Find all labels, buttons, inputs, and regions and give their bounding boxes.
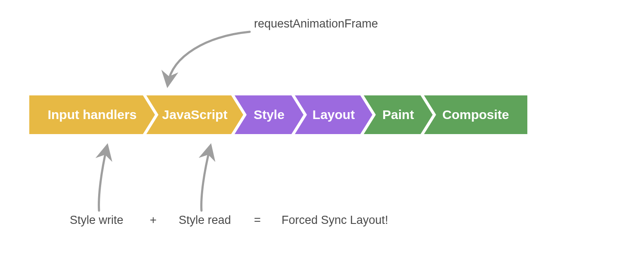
annotation-forced-sync: Forced Sync Layout! bbox=[282, 214, 388, 227]
step-label: Style bbox=[254, 107, 285, 122]
step-javascript: JavaScript bbox=[146, 95, 243, 134]
annotation-plus: + bbox=[150, 214, 157, 227]
step-label: Layout bbox=[313, 107, 355, 122]
step-composite: Composite bbox=[424, 95, 527, 134]
step-label: Composite bbox=[442, 107, 509, 122]
step-style: Style bbox=[235, 95, 303, 134]
step-input-handlers: Input handlers bbox=[29, 95, 155, 134]
annotation-style-write: Style write bbox=[70, 214, 124, 227]
annotation-style-read: Style read bbox=[179, 214, 231, 227]
step-label: Paint bbox=[382, 107, 414, 122]
annotation-equals: = bbox=[254, 214, 261, 227]
step-paint: Paint bbox=[364, 95, 433, 134]
step-label: JavaScript bbox=[162, 107, 228, 122]
annotation-raf: requestAnimationFrame bbox=[254, 17, 378, 31]
step-label: Input handlers bbox=[48, 107, 137, 122]
arrow-raf bbox=[168, 32, 250, 84]
step-layout: Layout bbox=[295, 95, 372, 134]
pipeline-row: Input handlers JavaScript Style Layout P… bbox=[29, 95, 531, 134]
arrow-style-write bbox=[99, 147, 107, 211]
arrow-style-read bbox=[201, 147, 210, 211]
